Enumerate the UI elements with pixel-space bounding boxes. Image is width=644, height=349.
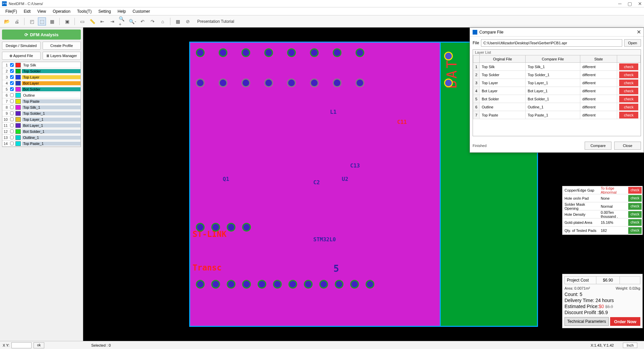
pan-icon[interactable]: ▦ bbox=[48, 17, 56, 26]
analysis-check-button[interactable]: check bbox=[628, 203, 642, 210]
layer-color-swatch[interactable] bbox=[15, 75, 21, 80]
menu-item-eidt[interactable]: Eidt bbox=[20, 8, 34, 15]
check-button[interactable]: check bbox=[619, 88, 638, 94]
layer-visible-checkbox[interactable] bbox=[10, 75, 14, 79]
layer-name[interactable]: Top Silk bbox=[22, 63, 80, 67]
check-button[interactable]: check bbox=[619, 71, 638, 78]
layer-name[interactable]: Bot Layer bbox=[22, 81, 80, 85]
technical-parameters-button[interactable]: Technical Parameters bbox=[565, 317, 609, 326]
layers-manager-button[interactable]: ≣ Layers Manager bbox=[43, 52, 81, 60]
layer-color-swatch[interactable] bbox=[15, 141, 21, 146]
layer-row[interactable]: 6 Outline bbox=[2, 92, 80, 98]
design-simulated-button[interactable]: Design / Simulated bbox=[2, 42, 41, 50]
analysis-check-button[interactable]: check bbox=[628, 187, 642, 194]
view-1-icon[interactable]: ◰ bbox=[28, 17, 36, 26]
layer-row[interactable]: 11 Bot Layer_1 bbox=[2, 122, 80, 129]
layer-icon[interactable]: ▭ bbox=[78, 17, 86, 26]
menu-item-customer[interactable]: Customer bbox=[129, 8, 153, 15]
analysis-check-button[interactable]: check bbox=[628, 227, 642, 234]
layer-color-swatch[interactable] bbox=[15, 111, 21, 116]
presentation-tutorial-link[interactable]: Presentation Tutorial bbox=[197, 19, 234, 24]
layer-visible-checkbox[interactable] bbox=[10, 117, 14, 121]
layer-visible-checkbox[interactable] bbox=[10, 99, 14, 103]
unit-toggle[interactable]: Inch bbox=[623, 343, 637, 348]
layer-name[interactable]: Top Layer bbox=[22, 75, 80, 79]
layer-visible-checkbox[interactable] bbox=[10, 136, 14, 139]
close-button[interactable]: ✕ bbox=[638, 1, 642, 6]
layer-visible-checkbox[interactable] bbox=[10, 87, 14, 91]
layer-visible-checkbox[interactable] bbox=[10, 93, 14, 97]
layer-row[interactable]: 1 Top Silk bbox=[2, 62, 80, 68]
minimize-button[interactable]: ─ bbox=[618, 1, 622, 6]
zoom-out-icon[interactable]: 🔍- bbox=[128, 17, 137, 26]
flip-right-icon[interactable]: ⇥ bbox=[108, 17, 116, 26]
layer-name[interactable]: Bot Layer_1 bbox=[22, 123, 80, 128]
layer-name[interactable]: Top Paste_1 bbox=[22, 142, 80, 146]
open-file-button[interactable]: Open bbox=[624, 39, 641, 47]
layer-row[interactable]: 7 Top Paste bbox=[2, 98, 80, 104]
layer-row[interactable]: 10 Top Layer_1 bbox=[2, 116, 80, 122]
menu-item-view[interactable]: View bbox=[34, 8, 49, 15]
create-profile-button[interactable]: Create Profile bbox=[43, 42, 81, 50]
layer-name[interactable]: Top Silk_1 bbox=[22, 105, 80, 109]
xy-input[interactable] bbox=[11, 342, 32, 348]
layer-visible-checkbox[interactable] bbox=[10, 81, 14, 85]
layer-row[interactable]: 14 Top Paste_1 bbox=[2, 141, 80, 147]
layer-color-swatch[interactable] bbox=[15, 123, 21, 128]
dfm-analysis-button[interactable]: ⟳DFM Analysis bbox=[2, 30, 81, 40]
layer-row[interactable]: 12 Bot Solder_1 bbox=[2, 129, 80, 135]
append-file-button[interactable]: ⊕ Append File bbox=[2, 52, 41, 60]
check-button[interactable]: check bbox=[619, 63, 638, 70]
layer-color-swatch[interactable] bbox=[15, 69, 21, 73]
layer-row[interactable]: 5 Bot Solder bbox=[2, 86, 80, 92]
compare-close-footer-button[interactable]: Close bbox=[614, 142, 641, 150]
compare-button[interactable]: Compare bbox=[585, 142, 611, 150]
layer-name[interactable]: Outline_1 bbox=[22, 136, 80, 140]
layer-color-swatch[interactable] bbox=[15, 99, 21, 104]
layer-row[interactable]: 4 Bot Layer bbox=[2, 80, 80, 86]
layer-name[interactable]: Top Paste bbox=[22, 99, 80, 103]
analysis-check-button[interactable]: check bbox=[628, 219, 642, 226]
menu-item-setting[interactable]: Setting bbox=[95, 8, 114, 15]
print-icon[interactable]: 🖨 bbox=[13, 17, 21, 26]
layer-color-swatch[interactable] bbox=[15, 135, 21, 140]
analysis-check-button[interactable]: check bbox=[628, 211, 642, 218]
order-now-button[interactable]: Order Now bbox=[610, 317, 640, 326]
menu-item-filef[interactable]: File(F) bbox=[2, 8, 20, 15]
home-icon[interactable]: ⌂ bbox=[159, 17, 167, 26]
open-icon[interactable]: 📂 bbox=[3, 17, 11, 26]
menu-item-toolst[interactable]: Tools(T) bbox=[74, 8, 95, 15]
compare-close-button[interactable]: ✕ bbox=[637, 29, 641, 35]
layer-visible-checkbox[interactable] bbox=[10, 123, 14, 127]
layer-visible-checkbox[interactable] bbox=[10, 105, 14, 109]
layer-row[interactable]: 3 Top Layer bbox=[2, 74, 80, 80]
check-button[interactable]: check bbox=[619, 96, 638, 102]
menu-item-help[interactable]: Help bbox=[114, 8, 129, 15]
layer-name[interactable]: Top Solder_1 bbox=[22, 111, 80, 115]
undo-icon[interactable]: ↶ bbox=[139, 17, 147, 26]
qr-icon[interactable]: ▩ bbox=[174, 17, 182, 26]
noqr-icon[interactable]: ⊘ bbox=[184, 17, 192, 26]
maximize-button[interactable]: ▢ bbox=[628, 1, 632, 6]
check-button[interactable]: check bbox=[619, 104, 638, 110]
layer-visible-checkbox[interactable] bbox=[10, 63, 14, 67]
layer-visible-checkbox[interactable] bbox=[10, 130, 14, 133]
layer-visible-checkbox[interactable] bbox=[10, 111, 14, 115]
layer-row[interactable]: 9 Top Solder_1 bbox=[2, 110, 80, 116]
layer-color-swatch[interactable] bbox=[15, 63, 21, 67]
check-button[interactable]: check bbox=[619, 80, 638, 86]
xy-ok-button[interactable]: ok bbox=[34, 342, 44, 348]
check-button[interactable]: check bbox=[619, 112, 638, 118]
layer-name[interactable]: Bot Solder_1 bbox=[22, 130, 80, 134]
analysis-check-button[interactable]: check bbox=[628, 195, 642, 202]
layer-color-swatch[interactable] bbox=[15, 105, 21, 110]
layer-visible-checkbox[interactable] bbox=[10, 69, 14, 73]
layer-color-swatch[interactable] bbox=[15, 93, 21, 98]
layer-name[interactable]: Top Solder bbox=[22, 69, 80, 73]
layer-name[interactable]: Outline bbox=[22, 93, 80, 97]
zoom-in-icon[interactable]: 🔍+ bbox=[118, 17, 126, 26]
layer-color-swatch[interactable] bbox=[15, 81, 21, 86]
layer-name[interactable]: Top Layer_1 bbox=[22, 117, 80, 121]
layer-visible-checkbox[interactable] bbox=[10, 142, 14, 145]
select-icon[interactable]: ⬚ bbox=[38, 17, 46, 26]
